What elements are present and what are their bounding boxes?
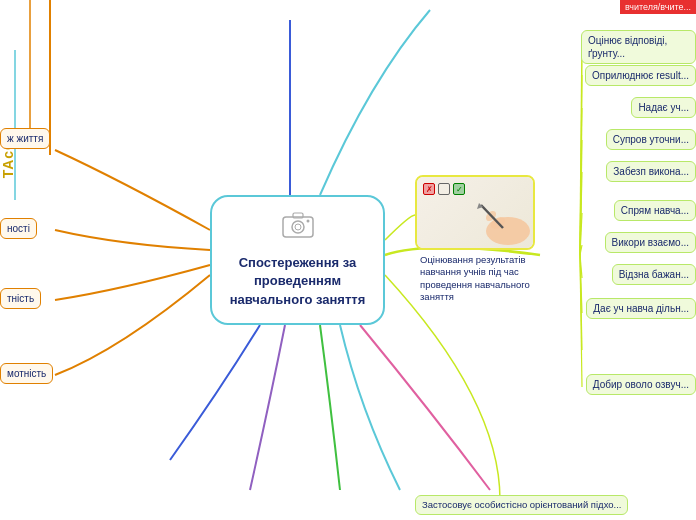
hand-drawing: ✗ ✓ xyxy=(417,177,533,248)
right-node-4: Супров уточни... xyxy=(606,129,696,150)
left-node-3: тність xyxy=(0,288,41,309)
svg-line-10 xyxy=(580,255,582,350)
svg-line-0 xyxy=(580,46,582,255)
hand-svg xyxy=(453,193,533,248)
central-node: Спостереження за проведенням навчального… xyxy=(210,195,385,325)
right-node-10: Добир оволо озвуч... xyxy=(586,374,696,395)
right-node-7: Викори взаємо... xyxy=(605,232,696,253)
svg-line-8 xyxy=(580,255,582,278)
image-node: ✗ ✓ xyxy=(415,175,535,250)
svg-point-19 xyxy=(306,220,309,223)
right-node-8: Відзна бажан... xyxy=(612,264,696,285)
svg-line-9 xyxy=(580,255,582,313)
left-node-2: ності xyxy=(0,218,37,239)
image-node-label: Оцінювання результатів навчання учнів пі… xyxy=(420,254,535,303)
right-node-6: Спрям навча... xyxy=(614,200,696,221)
svg-point-18 xyxy=(295,224,301,230)
teacher-button[interactable]: вчителя/вчите... xyxy=(620,0,696,14)
right-node-3: Надає уч... xyxy=(631,97,696,118)
right-node-1: Оцінює відповіді, ґрунту... xyxy=(581,30,696,64)
svg-line-6 xyxy=(580,213,582,255)
right-node-9: Дає уч навча дільн... xyxy=(586,298,696,319)
svg-line-11 xyxy=(580,255,582,387)
svg-line-5 xyxy=(580,172,582,255)
bottom-node: Застосовує особистісно орієнтований підх… xyxy=(415,495,628,515)
svg-point-16 xyxy=(292,221,304,233)
svg-line-7 xyxy=(580,245,582,255)
right-node-2: Оприлюднює result... xyxy=(585,65,696,86)
right-node-5: Забезп викона... xyxy=(606,161,696,182)
camera-icon xyxy=(282,211,314,246)
checkbox-2 xyxy=(438,183,450,195)
left-node-4: мотність xyxy=(0,363,53,384)
checkbox-1: ✗ xyxy=(423,183,435,195)
svg-line-2 xyxy=(580,75,582,255)
svg-line-4 xyxy=(580,140,582,255)
svg-line-3 xyxy=(580,108,582,255)
central-node-label: Спостереження за проведенням навчального… xyxy=(222,254,373,309)
mind-map-canvas: вчителя/вчите... xyxy=(0,0,696,520)
left-node-1: ж життя xyxy=(0,128,50,149)
